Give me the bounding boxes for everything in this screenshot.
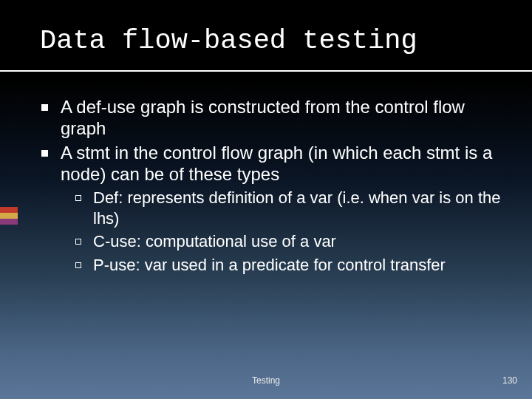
accent-strip: [0, 207, 18, 225]
bullet-text: Def: represents definition of a var (i.e…: [93, 188, 501, 228]
slide-title: Data flow-based testing: [40, 25, 532, 56]
page-number: 130: [502, 375, 517, 386]
list-item: Def: represents definition of a var (i.e…: [74, 188, 504, 229]
sub-bullet-list: Def: represents definition of a var (i.e…: [74, 188, 504, 276]
body-content: A def-use graph is constructed from the …: [40, 96, 504, 278]
list-item: A stmt in the control flow graph (in whi…: [40, 142, 504, 276]
title-divider: [0, 70, 532, 72]
title-region: Data flow-based testing: [0, 0, 532, 62]
accent-gold: [0, 213, 18, 219]
bullet-text: A stmt in the control flow graph (in whi…: [61, 143, 492, 184]
bullet-text: A def-use graph is constructed from the …: [61, 97, 465, 138]
footer-center-text: Testing: [252, 375, 280, 386]
bullet-text: C-use: computational use of a var: [93, 232, 336, 250]
list-item: A def-use graph is constructed from the …: [40, 96, 504, 140]
accent-purple: [0, 219, 18, 225]
accent-red: [0, 207, 18, 213]
list-item: P-use: var used in a predicate for contr…: [74, 255, 504, 276]
bullet-list: A def-use graph is constructed from the …: [40, 96, 504, 276]
bullet-text: P-use: var used in a predicate for contr…: [93, 256, 446, 274]
list-item: C-use: computational use of a var: [74, 231, 504, 252]
